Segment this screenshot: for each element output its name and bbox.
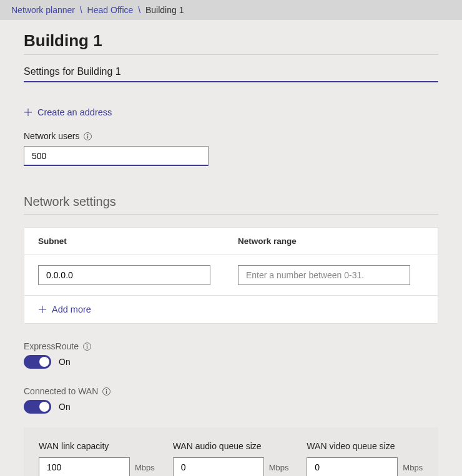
connected-to-wan-toggle[interactable] [24, 400, 51, 414]
wan-video-queue-input[interactable] [307, 457, 398, 476]
wan-audio-queue-label: WAN audio queue size [173, 441, 290, 451]
svg-rect-8 [106, 391, 107, 394]
info-icon[interactable] [83, 132, 92, 141]
wan-link-capacity-input[interactable] [39, 457, 130, 476]
svg-point-7 [106, 389, 107, 390]
connected-to-wan-label: Connected to WAN [24, 386, 98, 396]
wan-audio-queue-unit: Mbps [269, 463, 289, 472]
svg-rect-2 [87, 135, 88, 138]
breadcrumb-network-planner[interactable]: Network planner [11, 5, 75, 15]
expressroute-state: On [59, 357, 71, 367]
wan-audio-queue-input[interactable] [173, 457, 264, 476]
settings-name-field-wrap [24, 66, 438, 82]
create-address-button[interactable]: Create an address [24, 107, 438, 117]
settings-name-field[interactable] [24, 66, 438, 77]
network-settings-title: Network settings [24, 195, 438, 215]
expressroute-label: ExpressRoute [24, 341, 79, 351]
network-settings-table: Subnet Network range Add more [24, 227, 438, 324]
table-row [24, 255, 438, 296]
breadcrumb-separator: \ [77, 5, 85, 15]
svg-rect-5 [87, 346, 87, 349]
add-more-button[interactable]: Add more [24, 296, 438, 323]
connected-to-wan-state: On [59, 402, 71, 412]
plus-icon [38, 305, 47, 314]
table-header: Subnet Network range [24, 228, 438, 255]
info-icon[interactable] [82, 342, 92, 351]
add-more-label: Add more [52, 304, 91, 314]
create-address-label: Create an address [37, 107, 112, 117]
subnet-input[interactable] [38, 265, 210, 285]
expressroute-toggle[interactable] [24, 355, 51, 369]
wan-video-queue-unit: Mbps [403, 463, 423, 472]
svg-point-1 [87, 134, 89, 135]
subnet-column-header: Subnet [38, 236, 238, 246]
info-icon[interactable] [102, 387, 111, 396]
wan-link-capacity-unit: Mbps [135, 463, 155, 472]
network-range-input[interactable] [238, 265, 410, 285]
wan-settings-card: WAN link capacity Mbps WAN audio queue s… [24, 427, 438, 476]
breadcrumb-current: Building 1 [145, 5, 184, 15]
breadcrumb-head-office[interactable]: Head Office [87, 5, 134, 15]
svg-point-4 [87, 344, 88, 345]
network-users-input[interactable] [24, 146, 209, 166]
breadcrumb-separator: \ [135, 5, 143, 15]
wan-link-capacity-label: WAN link capacity [39, 441, 155, 451]
wan-video-queue-label: WAN video queue size [307, 441, 423, 451]
page-title: Building 1 [24, 31, 438, 55]
network-users-label: Network users [24, 131, 79, 141]
breadcrumb: Network planner \ Head Office \ Building… [0, 0, 462, 20]
network-range-column-header: Network range [238, 236, 424, 246]
plus-icon [24, 108, 32, 117]
